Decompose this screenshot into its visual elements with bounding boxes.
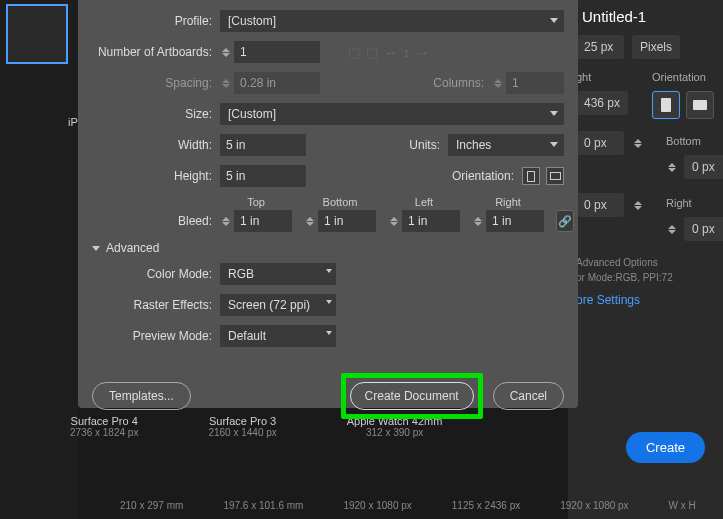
size-select[interactable]: [Custom] (220, 103, 564, 125)
stepper-icon[interactable] (634, 139, 642, 148)
bleed-left-input[interactable] (402, 210, 460, 232)
orientation-landscape-button[interactable] (546, 167, 564, 185)
size-label: Size: (92, 107, 212, 121)
right-label: Right (666, 197, 723, 209)
bleed-bottom-bg[interactable]: 0 px (684, 155, 723, 179)
bleed-left-bg[interactable]: 0 px (576, 193, 624, 217)
new-document-dialog: Profile: [Custom] Number of Artboards: ⬚… (78, 0, 578, 408)
spacing-input (234, 72, 320, 94)
bleed-top-label: Top (220, 196, 292, 208)
profile-select[interactable]: [Custom] (220, 10, 564, 32)
cat-dim: 1125 x 2436 px (452, 500, 520, 511)
height-label: Height: (92, 169, 212, 183)
stepper-icon[interactable] (390, 217, 398, 226)
height-input[interactable] (220, 165, 306, 187)
stepper-icon[interactable] (222, 217, 230, 226)
create-button[interactable]: Create (626, 432, 705, 463)
mode-info: or Mode:RGB, PPI:72 (576, 272, 715, 283)
raster-select[interactable]: Screen (72 ppi) (220, 294, 336, 316)
preset-dim: 312 x 390 px (347, 427, 443, 438)
preview-select[interactable]: Default (220, 325, 336, 347)
bleed-right-input[interactable] (486, 210, 544, 232)
bleed-top-input[interactable] (234, 210, 292, 232)
preview-label: Preview Mode: (92, 329, 212, 343)
units-select[interactable]: Inches (448, 134, 564, 156)
artboard-layout-icons[interactable]: ⬚⬚↔↕→ (348, 45, 429, 60)
create-document-button[interactable]: Create Document (350, 382, 474, 410)
doc-title: Untitled-1 (576, 8, 715, 25)
chevron-down-icon (550, 111, 558, 116)
artboards-input[interactable] (234, 41, 320, 63)
stepper-icon (222, 79, 230, 88)
orientation-landscape-button[interactable] (686, 91, 714, 119)
advanced-options-label: Advanced Options (576, 257, 715, 268)
stepper-icon (494, 79, 502, 88)
orientation-label: Orientation (652, 71, 714, 83)
preset-dim: 2736 x 1824 px (70, 427, 138, 438)
width-input[interactable] (220, 134, 306, 156)
link-bleed-icon[interactable]: 🔗 (556, 210, 574, 232)
orientation-portrait-button[interactable] (522, 167, 540, 185)
cat-dim: 1920 x 1080 px (343, 500, 411, 511)
bleed-top-bg[interactable]: 0 px (576, 131, 624, 155)
stepper-icon[interactable] (634, 201, 642, 210)
height-label: ght (576, 71, 628, 83)
stepper-icon[interactable] (222, 48, 230, 57)
bleed-left-label: Left (388, 196, 460, 208)
units-select[interactable]: Pixels (632, 35, 680, 59)
chevron-down-icon (326, 300, 332, 304)
orientation-portrait-button[interactable] (652, 91, 680, 119)
advanced-toggle[interactable]: Advanced (92, 241, 564, 255)
columns-label: Columns: (424, 76, 484, 90)
orientation-label: Orientation: (439, 169, 514, 183)
chevron-down-icon (550, 18, 558, 23)
more-settings-link[interactable]: ore Settings (576, 293, 715, 307)
chevron-down-icon (550, 142, 558, 147)
chevron-down-icon (92, 246, 100, 251)
bleed-label: Bleed: (92, 214, 212, 228)
chevron-down-icon (326, 331, 332, 335)
templates-button[interactable]: Templates... (92, 382, 191, 410)
cat-dim: W x H (669, 500, 696, 511)
stepper-icon[interactable] (668, 163, 676, 172)
cancel-button[interactable]: Cancel (493, 382, 564, 410)
spacing-label: Spacing: (92, 76, 212, 90)
chevron-down-icon (326, 269, 332, 273)
stepper-icon[interactable] (474, 217, 482, 226)
units-label: Units: (400, 138, 440, 152)
columns-input (506, 72, 564, 94)
category-dims-row: 210 x 297 mm 197.6 x 101.6 mm 1920 x 108… (120, 500, 696, 511)
width-label: Width: (92, 138, 212, 152)
cat-dim: 210 x 297 mm (120, 500, 183, 511)
preset-label-partial: iP (68, 116, 78, 128)
bleed-bottom-input[interactable] (318, 210, 376, 232)
height-value[interactable]: 436 px (576, 91, 628, 115)
bottom-label: Bottom (666, 135, 723, 147)
left-sidebar: iP (0, 0, 78, 519)
bleed-right-bg[interactable]: 0 px (684, 217, 723, 241)
profile-label: Profile: (92, 14, 212, 28)
width-value[interactable]: 25 px (576, 35, 624, 59)
preset-thumb-selected[interactable] (6, 4, 68, 64)
highlight-annotation: Create Document (341, 373, 483, 419)
raster-label: Raster Effects: (92, 298, 212, 312)
preset-dim: 2160 x 1440 px (208, 427, 276, 438)
bleed-right-label: Right (472, 196, 544, 208)
color-mode-select[interactable]: RGB (220, 263, 336, 285)
bleed-bottom-label: Bottom (304, 196, 376, 208)
stepper-icon[interactable] (668, 225, 676, 234)
artboards-label: Number of Artboards: (92, 45, 212, 59)
cat-dim: 1920 x 1080 px (560, 500, 628, 511)
color-mode-label: Color Mode: (92, 267, 212, 281)
stepper-icon[interactable] (306, 217, 314, 226)
cat-dim: 197.6 x 101.6 mm (223, 500, 303, 511)
